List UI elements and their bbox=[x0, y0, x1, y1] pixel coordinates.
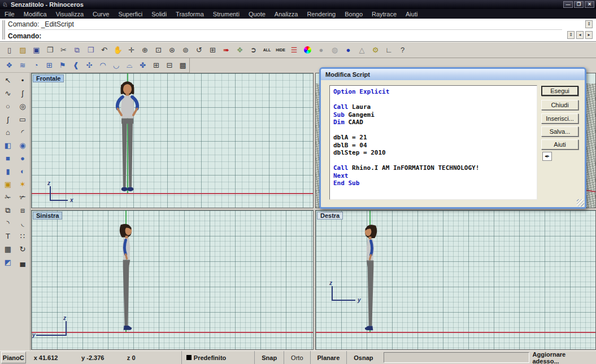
viewport-label-frontale[interactable]: Frontale bbox=[33, 74, 64, 82]
material-sphere-icon[interactable]: ● bbox=[315, 44, 328, 56]
show-all-button[interactable]: ALL bbox=[260, 44, 273, 56]
aiuti-button[interactable]: Aiuti bbox=[541, 139, 578, 150]
render-icon[interactable]: ➠ bbox=[220, 44, 233, 56]
menu-bongo[interactable]: Bongo bbox=[340, 11, 367, 17]
viewport-4view-icon[interactable]: ⊞ bbox=[150, 59, 163, 72]
viewport-layout-icon[interactable]: ⊞ bbox=[206, 44, 219, 56]
hide-button[interactable]: HIDE bbox=[274, 44, 287, 56]
environment-sphere-icon[interactable]: ● bbox=[342, 44, 355, 56]
surface-grid-icon[interactable]: ⊞ bbox=[43, 59, 56, 72]
snap-toggle[interactable]: Snap bbox=[254, 351, 284, 364]
select-arrow-icon[interactable]: ↖ bbox=[1, 74, 15, 87]
loft-icon[interactable]: ≋ bbox=[16, 59, 29, 72]
open-file-icon[interactable]: ▨ bbox=[16, 44, 29, 56]
menu-modifica[interactable]: Modifica bbox=[19, 11, 51, 17]
script-code-editor[interactable]: Option Explicit Call LauraSub GangemiDim… bbox=[329, 85, 537, 200]
chamfer-icon[interactable]: ◟ bbox=[15, 217, 30, 230]
cylinder-icon[interactable]: ▮ bbox=[1, 165, 15, 178]
menu-raytrace[interactable]: Raytrace bbox=[367, 11, 401, 17]
menu-superfici[interactable]: Superfici bbox=[114, 11, 147, 17]
minimize-button[interactable]: — bbox=[563, 1, 573, 8]
color-wheel-icon[interactable] bbox=[301, 44, 314, 56]
title-bar[interactable]: ♘ Senzatitolo - Rhinoceros —❐✕ bbox=[0, 0, 596, 9]
join-icon[interactable]: ⧉ bbox=[1, 204, 15, 217]
zoom-extents-icon[interactable]: ⊚ bbox=[179, 44, 192, 56]
menu-visualizza[interactable]: Visualizza bbox=[51, 11, 88, 17]
zoom-window-icon[interactable]: ⊡ bbox=[152, 44, 165, 56]
make2d-icon[interactable]: ▄ bbox=[15, 256, 30, 269]
curve-icon[interactable]: ∫ bbox=[15, 87, 30, 100]
box-icon[interactable]: ■ bbox=[1, 152, 15, 165]
undo-icon[interactable]: ↶ bbox=[98, 44, 111, 56]
rotate-tool-icon[interactable]: ↻ bbox=[15, 243, 30, 256]
close-button[interactable]: ✕ bbox=[585, 1, 594, 8]
pipe-icon[interactable]: ◠ bbox=[96, 59, 109, 72]
prompt-spinner[interactable]: ⇕ bbox=[567, 31, 575, 39]
sphere-tool-icon[interactable]: ◔ bbox=[29, 59, 42, 72]
sweep-icon[interactable]: ✤ bbox=[136, 59, 149, 72]
freeform-curve-icon[interactable]: ʃ bbox=[1, 113, 15, 126]
menu-curve[interactable]: Curve bbox=[88, 11, 114, 17]
copy-icon[interactable]: ⧉ bbox=[71, 44, 84, 56]
pan-icon[interactable]: ✋ bbox=[111, 44, 124, 56]
surface-points-icon[interactable]: ❖ bbox=[3, 59, 16, 72]
menu-rendering[interactable]: Rendering bbox=[302, 11, 340, 17]
restore-button[interactable]: ❐ bbox=[574, 1, 584, 8]
split-icon[interactable]: ✃ bbox=[15, 191, 30, 204]
sphere-icon[interactable]: ● bbox=[15, 152, 30, 165]
zoom-icon[interactable]: ⊕ bbox=[138, 44, 151, 56]
viewport-frontale[interactable]: Frontale z x bbox=[31, 73, 314, 208]
fillet-icon[interactable]: ◝ bbox=[1, 217, 15, 230]
trim-icon[interactable]: ✁ bbox=[1, 191, 15, 204]
dialog-title-bar[interactable]: Modifica Script bbox=[321, 69, 585, 80]
named-view-icon[interactable]: ➲ bbox=[247, 44, 260, 56]
curved-surface-icon[interactable]: ◉ bbox=[15, 139, 30, 152]
points-grid-icon[interactable]: ∷ bbox=[15, 230, 30, 243]
control-points-icon[interactable]: ▣ bbox=[1, 178, 15, 191]
array-icon[interactable]: ▦ bbox=[1, 243, 15, 256]
zoom-dynamic-icon[interactable]: ⊛ bbox=[166, 44, 179, 56]
viewport-label-destra[interactable]: Destra bbox=[317, 212, 343, 220]
undo-view-icon[interactable]: ↺ bbox=[193, 44, 206, 56]
surface-icon[interactable]: ◧ bbox=[1, 139, 15, 152]
help-icon[interactable]: ? bbox=[396, 44, 409, 56]
viewport-destra[interactable]: Destra z y bbox=[315, 210, 596, 350]
command-prompt-input[interactable]: Comando: bbox=[8, 30, 562, 41]
text-icon[interactable]: T bbox=[1, 230, 15, 243]
plane-tool-icon[interactable]: ⚑ bbox=[56, 59, 69, 72]
revolve-icon[interactable]: ⌓ bbox=[123, 59, 136, 72]
paste-icon[interactable]: ❒ bbox=[84, 44, 97, 56]
mesh-icon[interactable]: ▩ bbox=[176, 59, 189, 72]
planare-toggle[interactable]: Planare bbox=[310, 351, 347, 364]
menu-solidi[interactable]: Solidi bbox=[147, 11, 171, 17]
orto-toggle[interactable]: Orto bbox=[284, 351, 310, 364]
dialog-resize-grip[interactable] bbox=[577, 199, 584, 207]
menu-quote[interactable]: Quote bbox=[244, 11, 270, 17]
rectangle-icon[interactable]: ▭ bbox=[15, 113, 30, 126]
dimension-icon[interactable]: ∟ bbox=[382, 44, 395, 56]
viewport-3view-icon[interactable]: ⊟ bbox=[163, 59, 176, 72]
texture-sphere-icon[interactable]: ◍ bbox=[328, 44, 341, 56]
viewport-label-sinistra[interactable]: Sinistra bbox=[33, 212, 62, 220]
offset-icon[interactable]: ⧈ bbox=[15, 204, 30, 217]
osnap-toggle[interactable]: Osnap bbox=[346, 351, 380, 364]
menu-trasforma[interactable]: Trasforma bbox=[171, 11, 208, 17]
esegui-button[interactable]: Esegui bbox=[541, 86, 578, 96]
salva-button[interactable]: Salva... bbox=[541, 126, 578, 137]
shade-icon[interactable]: ◩ bbox=[1, 256, 15, 269]
inserisci-button[interactable]: Inserisci... bbox=[541, 113, 578, 124]
rotate-view-icon[interactable]: ✛ bbox=[125, 44, 138, 56]
ellipse-icon[interactable]: ◎ bbox=[15, 100, 30, 113]
menu-strumenti[interactable]: Strumenti bbox=[208, 11, 244, 17]
patch-icon[interactable]: ✣ bbox=[83, 59, 96, 72]
circle-icon[interactable]: ○ bbox=[1, 100, 15, 113]
point-icon[interactable]: • bbox=[15, 74, 30, 87]
extrude-icon[interactable]: ❰ bbox=[69, 59, 82, 72]
scroll-right-button[interactable]: ▸ bbox=[585, 31, 593, 39]
explode-icon[interactable]: ✶ bbox=[15, 178, 30, 191]
menu-aiuti[interactable]: Aiuti bbox=[401, 11, 422, 17]
export-icon[interactable]: ❐ bbox=[43, 44, 56, 56]
osnap-field[interactable] bbox=[384, 352, 529, 363]
render-preview-icon[interactable]: ❖ bbox=[233, 44, 246, 56]
history-spinner[interactable]: ⇕ bbox=[585, 20, 593, 28]
